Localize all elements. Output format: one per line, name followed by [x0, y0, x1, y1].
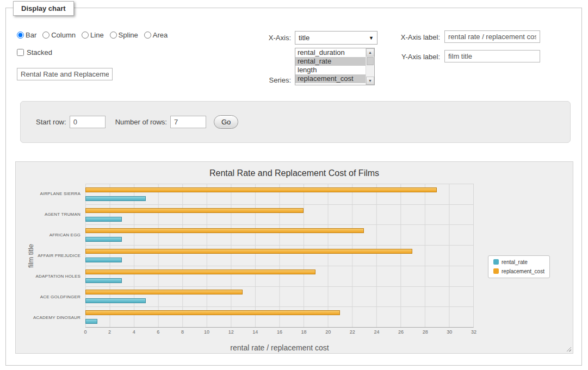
bar-row: [85, 307, 473, 327]
chart-type-area[interactable]: Area: [144, 31, 168, 39]
resize-grip[interactable]: [565, 346, 571, 352]
y-category-label: ACADEMY DINOSAUR: [39, 307, 85, 328]
series-option[interactable]: rental_duration: [295, 48, 366, 57]
chart-type-label: Area: [153, 31, 168, 39]
bar-row: [85, 266, 473, 287]
x-axis-label-label: X-Axis label:: [379, 33, 440, 41]
series-option[interactable]: replacement_cost: [295, 74, 366, 83]
legend-label: replacement_cost: [502, 268, 544, 274]
bar-row: [85, 287, 473, 308]
x-tick-label: 10: [204, 329, 209, 335]
bar-replacement_cost: [85, 290, 243, 294]
x-tick-label: 6: [157, 329, 159, 335]
chart-type-label: Spline: [119, 31, 138, 39]
legend-item[interactable]: replacement_cost: [493, 268, 544, 274]
bar-replacement_cost: [85, 249, 412, 254]
chart-legend: rental_ratereplacement_cost: [488, 255, 550, 278]
x-tick-label: 14: [252, 329, 258, 335]
bar-rental_rate: [85, 298, 146, 303]
scrollbar-track[interactable]: [366, 66, 374, 77]
stacked-option[interactable]: Stacked: [17, 48, 52, 57]
num-rows-input[interactable]: [170, 116, 206, 128]
bar-replacement_cost: [85, 269, 315, 274]
bar-rental_rate: [85, 217, 122, 222]
x-axis-select[interactable]: title ▼: [295, 31, 377, 45]
series-label: Series:: [234, 76, 291, 84]
rows-panel: Start row: Number of rows: Go: [20, 101, 571, 143]
chart-type-radio[interactable]: [42, 32, 49, 39]
legend-label: rental_rate: [502, 259, 528, 265]
stacked-label: Stacked: [27, 48, 52, 57]
x-tick-label: 22: [350, 329, 355, 335]
bar-replacement_cost: [85, 228, 364, 233]
y-category-label: AIRPLANE SIERRA: [39, 184, 85, 204]
series-scrollbar[interactable]: ▲ ▼: [366, 48, 374, 85]
chart-type-radio[interactable]: [144, 32, 151, 39]
num-rows-label: Number of rows:: [115, 118, 167, 126]
y-axis-title-col: film title: [22, 184, 39, 328]
display-chart-fieldset: Display chart BarColumnLineSplineArea St…: [5, 8, 582, 366]
chart-rows: [85, 184, 474, 328]
chart-type-column[interactable]: Column: [42, 31, 76, 39]
start-row-label: Start row:: [36, 118, 66, 126]
x-tick-label: 8: [181, 329, 184, 335]
x-tick-label: 30: [447, 329, 452, 335]
x-tick-label: 2: [108, 329, 111, 335]
x-axis-label-input[interactable]: [444, 30, 540, 43]
y-category-label: AGENT TRUMAN: [39, 204, 85, 225]
x-tick-label: 4: [133, 329, 135, 335]
chart-type-radio[interactable]: [17, 32, 24, 39]
x-tick-label: 24: [374, 329, 379, 335]
chart-type-radio[interactable]: [82, 32, 89, 39]
bar-replacement_cost: [85, 187, 437, 192]
series-options: rental_durationrental_ratelengthreplacem…: [295, 48, 366, 85]
chart-type-bar[interactable]: Bar: [17, 31, 36, 39]
start-row-input[interactable]: [70, 116, 106, 128]
go-button[interactable]: Go: [214, 115, 238, 129]
series-option[interactable]: length: [295, 66, 366, 74]
x-tick-label: 12: [228, 329, 234, 335]
x-axis-selected-value: title: [299, 34, 310, 42]
stacked-checkbox[interactable]: [17, 49, 24, 56]
x-axis-select-label: X-Axis:: [234, 34, 291, 42]
legend-swatch: [493, 268, 499, 274]
chart-body: film title AIRPLANE SIERRAAGENT TRUMANAF…: [22, 184, 565, 352]
chart-ylabels: AIRPLANE SIERRAAGENT TRUMANAFRICAN EGGAF…: [39, 184, 85, 328]
x-tick-label: 16: [277, 329, 282, 335]
bar-row: [85, 184, 473, 205]
chart-type-line[interactable]: Line: [82, 31, 104, 39]
plot-col: 02468101214161820222426283032 rental rat…: [85, 184, 474, 352]
chart-type-group: BarColumnLineSplineArea: [17, 31, 168, 39]
scroll-down-icon[interactable]: ▼: [366, 77, 374, 85]
x-tick-label: 26: [398, 329, 404, 335]
x-tick-label: 20: [325, 329, 331, 335]
chart-title-input[interactable]: [17, 68, 113, 80]
legend-col: rental_ratereplacement_cost: [474, 184, 565, 328]
x-tick-label: 28: [423, 329, 428, 335]
x-axis-title: rental rate / replacement cost: [85, 343, 474, 352]
scroll-up-icon[interactable]: ▲: [366, 48, 374, 57]
chart-type-label: Column: [51, 31, 76, 39]
bar-rental_rate: [85, 319, 97, 324]
x-tick-label: 18: [301, 329, 307, 335]
bar-replacement_cost: [85, 310, 340, 315]
y-axis-label-input[interactable]: [444, 50, 540, 62]
chart-type-radio[interactable]: [110, 32, 117, 39]
bar-replacement_cost: [85, 208, 304, 213]
scrollbar-thumb[interactable]: [367, 57, 374, 65]
bar-row: [85, 225, 473, 246]
y-category-label: ACE GOLDFINGER: [39, 286, 85, 307]
chart-title: Rental Rate and Replacement Cost of Film…: [16, 168, 573, 178]
legend-item[interactable]: rental_rate: [493, 259, 544, 265]
y-category-label: AFFAIR PREJUDICE: [39, 246, 85, 266]
series-option[interactable]: rental_rate: [295, 57, 366, 66]
bar-rental_rate: [85, 258, 122, 262]
fieldset-legend: Display chart: [13, 1, 74, 16]
series-listbox[interactable]: rental_durationrental_ratelengthreplacem…: [295, 48, 375, 85]
chevron-down-icon: ▼: [369, 35, 374, 41]
y-category-label: AFRICAN EGG: [39, 225, 85, 246]
y-axis-title: film title: [27, 243, 35, 267]
y-axis-label-label: Y-Axis label:: [379, 53, 440, 61]
chart-type-spline[interactable]: Spline: [110, 31, 138, 39]
legend-swatch: [493, 259, 499, 265]
